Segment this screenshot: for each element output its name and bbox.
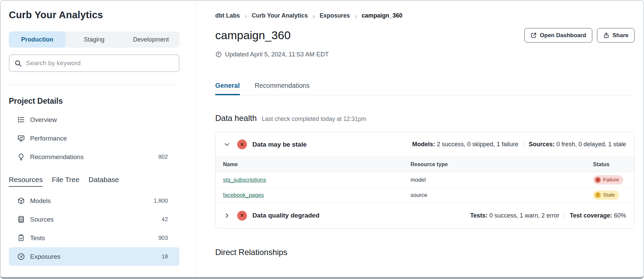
env-tab-development[interactable]: Development — [123, 31, 179, 48]
browse-tabs: Resources File Tree Database — [9, 176, 179, 187]
sidebar-item-label: Exposures — [30, 253, 60, 260]
breadcrumb-dbt-labs[interactable]: dbt Labs — [215, 12, 240, 19]
sidebar: Curb Your Analytics Production Staging D… — [1, 1, 197, 277]
share-button[interactable]: Share — [597, 28, 635, 43]
column-header-resource-type: Resource type — [411, 161, 593, 168]
lightbulb-icon — [17, 153, 25, 161]
breadcrumb: dbt Labs Curb Your Analytics Exposures c… — [215, 12, 635, 19]
sidebar-item-label: Overview — [30, 116, 57, 124]
chevron-right-icon[interactable] — [224, 212, 230, 219]
chevron-right-icon — [353, 14, 358, 18]
list-icon — [17, 116, 25, 124]
resource-link[interactable]: facebook_pages — [223, 192, 264, 198]
stale-resources-table: Name Resource type Status stg_subscripti… — [216, 157, 634, 202]
status-badge: ✕ Failure — [593, 175, 623, 184]
cube-icon — [17, 197, 25, 205]
clock-icon — [215, 51, 222, 58]
sidebar-item-label: Models — [30, 197, 51, 205]
chevron-right-icon — [312, 14, 316, 18]
search-box[interactable] — [9, 54, 179, 72]
tab-resources[interactable]: Resources — [9, 176, 43, 187]
error-circle-icon: ✕ — [237, 140, 247, 149]
quality-summary: Tests: 0 success, 1 warn, 2 error Test c… — [470, 212, 626, 219]
tab-general[interactable]: General — [215, 82, 240, 95]
env-tab-production[interactable]: Production — [9, 31, 66, 48]
gauge-icon — [17, 253, 25, 260]
main-content: dbt Labs Curb Your Analytics Exposures c… — [197, 1, 643, 277]
data-health-card: ✕ Data may be stale Models: 2 success, 0… — [215, 132, 635, 229]
sidebar-item-sources[interactable]: Sources 42 — [9, 210, 179, 229]
sidebar-item-label: Tests — [30, 234, 45, 242]
sources-summary: Sources: 0 fresh, 0 delayed, 1 stale — [529, 141, 626, 148]
sidebar-item-count: 18 — [162, 253, 179, 260]
share-label: Share — [613, 32, 628, 39]
clipboard-check-icon — [17, 234, 25, 242]
database-icon — [17, 215, 25, 223]
project-title: Curb Your Analytics — [9, 9, 179, 21]
resources-nav: Models 1,800 Sources 42 — [9, 192, 179, 266]
header-actions: Open Dashboard Share — [524, 28, 635, 43]
performance-icon — [17, 134, 25, 142]
sidebar-item-tests[interactable]: Tests 903 — [9, 229, 179, 247]
share-icon — [603, 32, 610, 39]
stale-section-row[interactable]: ✕ Data may be stale Models: 2 success, 0… — [216, 132, 634, 157]
detail-tabs: General Recommendations — [215, 82, 635, 95]
sidebar-item-recommendations[interactable]: Recommendations 802 — [9, 148, 179, 166]
stale-section-title: Data may be stale — [252, 141, 307, 148]
chevron-down-icon[interactable] — [224, 141, 230, 148]
app-window: Curb Your Analytics Production Staging D… — [0, 0, 644, 279]
data-health-title: Data health — [215, 113, 257, 123]
last-check-text: Last check completed today at 12:31pm — [262, 116, 366, 123]
resource-link[interactable]: stg_subscriptions — [223, 177, 266, 183]
page-title: campaign_360 — [215, 29, 291, 42]
updated-text: Updated April 5, 2024, 11:53 AM EDT — [225, 51, 329, 58]
tab-recommendations[interactable]: Recommendations — [255, 82, 310, 95]
x-circle-icon: ✕ — [595, 177, 601, 183]
page-header: campaign_360 Open Dashboard — [215, 28, 635, 43]
sidebar-item-models[interactable]: Models 1,800 — [9, 192, 179, 210]
env-tab-staging[interactable]: Staging — [66, 31, 122, 48]
sidebar-item-count: 802 — [158, 154, 179, 160]
status-badge: ! Stale — [593, 191, 619, 200]
table-row: stg_subscriptions model ✕ Failure — [216, 172, 634, 187]
stale-summary: Models: 2 success, 0 skipped, 1 failure … — [412, 141, 626, 148]
sidebar-item-label: Sources — [30, 216, 54, 223]
resource-type: model — [411, 177, 593, 183]
sidebar-item-count: 903 — [158, 235, 179, 242]
breadcrumb-project[interactable]: Curb Your Analytics — [252, 12, 308, 19]
tab-file-tree[interactable]: File Tree — [52, 176, 79, 187]
table-row: facebook_pages source ! Stale — [216, 187, 634, 202]
coverage-summary: Test coverage: 60% — [570, 212, 626, 219]
sidebar-item-label: Performance — [30, 135, 67, 142]
search-icon — [14, 59, 22, 67]
column-header-status: Status — [593, 161, 634, 168]
error-circle-icon: ✕ — [237, 211, 247, 221]
sidebar-item-performance[interactable]: Performance — [9, 129, 179, 148]
open-dashboard-button[interactable]: Open Dashboard — [524, 28, 592, 43]
external-link-icon — [530, 32, 537, 39]
breadcrumb-exposures[interactable]: Exposures — [320, 12, 350, 19]
sidebar-item-count: 1,800 — [153, 198, 179, 204]
chevron-right-icon — [244, 14, 248, 18]
sidebar-item-exposures[interactable]: Exposures 18 — [9, 247, 179, 266]
sidebar-item-count: 42 — [162, 216, 179, 223]
tab-database[interactable]: Database — [89, 176, 119, 187]
direct-relationships-heading: Direct Relationships — [215, 248, 635, 257]
open-dashboard-label: Open Dashboard — [540, 32, 586, 39]
tests-summary: Tests: 0 success, 1 warn, 2 error — [470, 212, 559, 219]
quality-section-row[interactable]: ✕ Data quality degraded Tests: 0 success… — [216, 202, 634, 228]
exclamation-circle-icon: ! — [595, 192, 601, 198]
models-summary: Models: 2 success, 0 skipped, 1 failure — [412, 141, 518, 148]
search-input[interactable] — [26, 59, 174, 67]
updated-timestamp: Updated April 5, 2024, 11:53 AM EDT — [215, 51, 635, 58]
resource-type: source — [411, 192, 593, 198]
sidebar-item-overview[interactable]: Overview — [9, 110, 179, 129]
data-health-header: Data health Last check completed today a… — [215, 113, 635, 123]
quality-section-title: Data quality degraded — [252, 212, 320, 219]
status-label: Stale — [603, 192, 615, 198]
status-label: Failure — [603, 177, 619, 183]
sidebar-item-label: Recommendations — [30, 153, 83, 161]
project-details-nav: Overview Performance — [9, 110, 179, 166]
table-header-row: Name Resource type Status — [216, 157, 634, 172]
project-details-heading: Project Details — [9, 97, 179, 106]
